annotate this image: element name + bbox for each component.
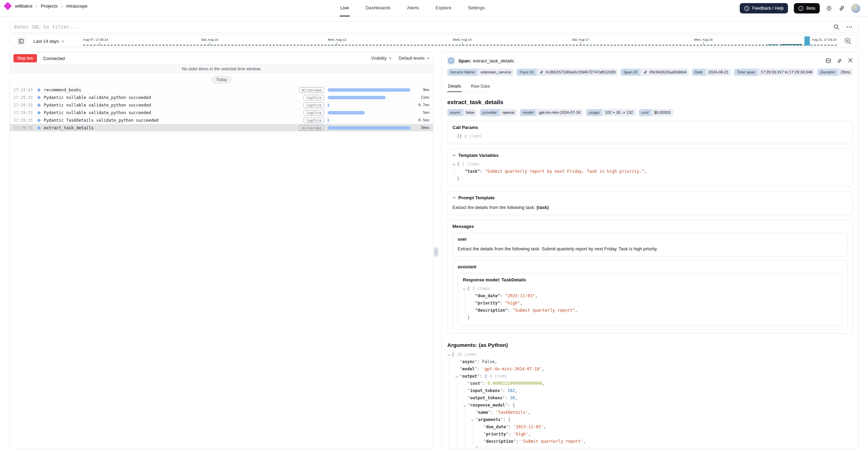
span-diamond-icon [37,96,41,99]
timeline-tick-label: Wed, Aug 14 [453,38,471,41]
prompt-template-card: Prompt Template Extract the details from… [447,191,853,215]
tree-line: "priority": "high", [471,300,837,307]
call-params-card: Call Params {} 0 items [447,121,853,144]
tree-collapse-toggle[interactable] [447,354,452,356]
tree-token-p: : [508,402,512,409]
tree-collapse-toggle[interactable] [471,419,476,421]
default-levels-dropdown[interactable]: Default levels [399,56,430,61]
timeline-activity-bar [781,44,802,45]
zoom-in-button[interactable] [844,37,852,45]
chevron-up-icon[interactable] [452,154,456,157]
visibility-dropdown[interactable]: Visibility [371,56,392,61]
trace-row[interactable]: 17:29:33Pydantic nullable validate_pytho… [10,101,433,109]
duration-bar-track [328,111,410,114]
tree-collapse-icon[interactable] [452,164,456,166]
tree-collapse-toggle[interactable] [455,376,460,378]
share-link-button[interactable] [838,5,845,12]
beta-button[interactable]: i Beta [794,3,820,13]
span-diamond-icon [37,111,41,114]
tree-line: 'output_tokens': 30, [463,394,853,402]
span-diamond-icon [37,88,41,92]
search-icon[interactable] [834,24,839,30]
tree-group: "task": "Submit quarterly report by next… [454,168,848,175]
badge-value: openai [500,109,517,116]
close-icon[interactable] [848,58,853,63]
tree-token-k: 'description' [483,438,516,445]
feedback-help-label: Feedback / Help [752,6,784,11]
timeline-baseline [83,45,837,46]
timeline-tick-mark [703,42,704,45]
time-range-dropdown[interactable]: Last 14 days [33,35,64,48]
trace-row-name: extract_task_details [44,126,299,130]
timeline-histogram[interactable]: Aug 07, 17:26:14Sat, Aug 10Mon, Aug 12We… [83,35,837,48]
trace-row-tag: mirascope [299,125,324,131]
tree-token-p: , [520,300,522,307]
trace-row[interactable]: 17:29:33Pydantic TaskDetails validate_py… [10,116,433,124]
tree-token-k: 'model' [460,365,477,373]
breadcrumb-org[interactable]: willbakst [15,3,32,9]
trace-row-duration: 5ms [415,110,430,115]
chevron-down-icon [427,57,430,59]
split-view-icon[interactable] [826,58,831,63]
nav-tab-settings[interactable]: Settings [467,0,486,17]
span-tab-raw-data[interactable]: Raw Data [470,82,490,92]
tree-token-k: 'name' [476,409,490,416]
timeline-tick-label: Sat, Aug 17 [572,38,589,41]
panel-splitter-handle[interactable] [434,247,438,257]
tree-collapse-toggle[interactable] [452,164,457,166]
tree-collapse-icon[interactable] [447,354,450,356]
tree-token-b: { [457,161,459,168]
logo-diamond-icon[interactable] [3,2,12,10]
tree-token-k: "task" [465,168,480,175]
badge-value: 29ms [838,69,853,76]
breadcrumb-projects[interactable]: Projects [41,3,58,9]
nav-tab-live[interactable]: Live [340,0,350,17]
span-tab-details[interactable]: Details [447,82,462,92]
user-avatar[interactable] [851,4,860,13]
copy-link-icon[interactable] [837,58,842,64]
theme-toggle-button[interactable] [826,5,832,12]
span-detail-tabs: DetailsRaw Data [447,82,490,92]
default-levels-label: Default levels [399,56,425,61]
tree-collapse-icon[interactable] [471,419,474,421]
nav-tab-alerts[interactable]: Alerts [407,0,420,17]
more-options-icon[interactable] [846,26,852,28]
stop-live-button[interactable]: Stop live [13,54,37,62]
meta-badge-duration: Duration29ms [817,69,853,76]
tree-line: { 10 items [447,351,853,358]
day-divider-chip: Today [211,76,231,83]
meta-badge-trace-id: Trace ID#c3b5157330ea5c1fd4572747af512d2… [516,69,618,76]
sidebar-toggle-button[interactable] [17,37,26,46]
template-variables-card: Template Variables { 1 items"task": "Sub… [447,149,853,187]
tree-token-p: , [515,394,517,402]
tree-token-k: 'output' [460,373,480,380]
tree-token-b: {} [457,133,462,140]
feedback-help-button[interactable]: ? Feedback / Help [740,3,788,13]
breadcrumb-project[interactable]: mirascope [66,3,87,9]
tree-collapse-icon[interactable] [455,376,458,378]
trace-row[interactable]: 17:29:33extract_task_detailsmirascope30m… [10,124,433,131]
tree-token-p: : [480,168,485,175]
tree-collapse-toggle[interactable] [463,405,468,407]
nav-tab-explore[interactable]: Explore [435,0,452,17]
badge-label: async [447,109,463,116]
visibility-label: Visibility [371,56,387,61]
trace-row[interactable]: 17:14:43recommend_booksmirascope9ms [10,86,433,93]
timeline-selection[interactable] [805,37,810,46]
sql-filter-input[interactable]: Enter SQL to filter... [14,24,78,30]
sql-filter-bar[interactable]: Enter SQL to filter... [10,21,858,33]
tree-collapse-icon[interactable] [463,288,466,290]
badge-value[interactable]: #9c942620aa93dbb4 [640,69,689,76]
badge-label: model [520,109,536,116]
trace-row[interactable]: 17:29:33Pydantic nullable validate_pytho… [10,109,433,116]
tree-collapse-toggle[interactable] [463,288,467,290]
tree-token-b: } [476,445,478,448]
nav-tab-dashboards[interactable]: Dashboards [365,0,391,17]
badge-value[interactable]: #c3b5157330ea5c1fd4572747af512d26 [537,69,618,76]
trace-row[interactable]: 17:29:33Pydantic nullable validate_pytho… [10,93,433,101]
tree-collapse-icon[interactable] [463,405,466,407]
tree-token-k: 'due_date' [483,423,508,431]
chevron-up-icon[interactable] [452,197,456,199]
trace-row-name: Pydantic nullable validate_python succee… [44,103,303,108]
user-message-card: user Extract the details from the follow… [452,233,848,257]
